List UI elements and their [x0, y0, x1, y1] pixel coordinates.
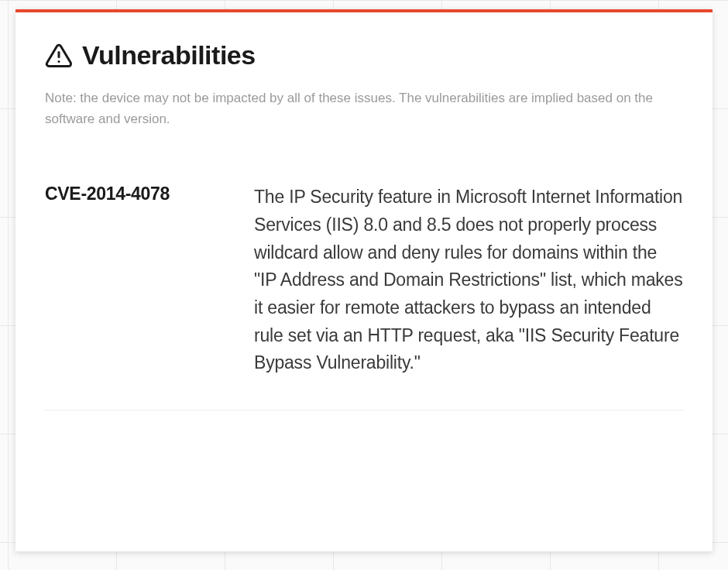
panel-note: Note: the device may not be impacted by …: [45, 88, 683, 129]
vulnerability-id[interactable]: CVE-2014-4078: [45, 184, 223, 376]
vulnerabilities-panel: Vulnerabilities Note: the device may not…: [15, 9, 713, 551]
vulnerability-row: CVE-2014-4078 The IP Security feature in…: [45, 184, 683, 410]
panel-header: Vulnerabilities: [45, 40, 683, 70]
panel-title: Vulnerabilities: [82, 40, 256, 70]
warning-triangle-icon: [45, 42, 73, 70]
vulnerability-description: The IP Security feature in Microsoft Int…: [254, 184, 683, 376]
